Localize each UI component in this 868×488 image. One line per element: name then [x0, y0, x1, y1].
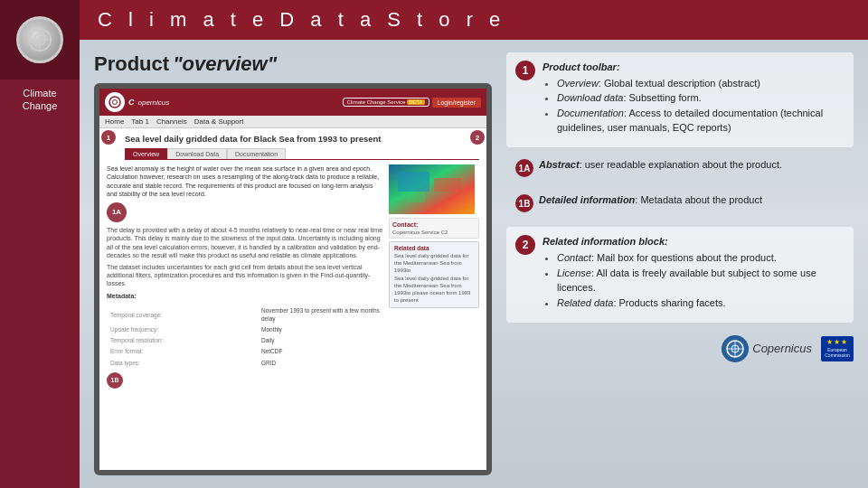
- sidebar-label: Climate Change: [15, 87, 65, 113]
- num-circle-1b: 1B: [515, 194, 533, 212]
- num-circle-1: 1: [515, 61, 535, 80]
- product-title-emphasis: "overview": [173, 52, 277, 76]
- ccs-beta: BETA: [407, 99, 424, 105]
- num-circle-2: 2: [515, 235, 535, 255]
- related-title: Related data: [394, 245, 474, 251]
- num-circle-1a: 1A: [515, 159, 533, 177]
- header-title: C l i m a t e D a t a S t o r e: [98, 8, 505, 32]
- tab-download[interactable]: Download Data: [167, 148, 227, 159]
- copernicus-bottom-logo: Copernicus: [722, 335, 812, 362]
- section1-item-1: Overview: Global textual description (ab…: [557, 77, 844, 91]
- browser-body: 1 2 Sea level daily gridded data for Bla…: [99, 128, 486, 437]
- section2-item-2: License: All data is freely available bu…: [557, 267, 844, 296]
- browser-nav: Home Tab 1 Channels Data & Support: [99, 116, 486, 128]
- section1-list: Overview: Global textual description (ab…: [557, 77, 844, 136]
- section1a-desc: : user readable explanation about the pr…: [580, 159, 782, 170]
- svg-point-4: [109, 97, 120, 108]
- section1-item-3: Documentation: Access to detailed docume…: [557, 107, 844, 136]
- contact-title: Contact:: [392, 221, 476, 228]
- related-data-box: Related data Sea level daily gridded dat…: [389, 241, 479, 308]
- browser-cop-name: C: [128, 98, 135, 107]
- cop-logo-browser: [105, 92, 125, 112]
- browser-cop-name2: opernicus: [138, 99, 170, 107]
- sidebar-logo: [0, 0, 80, 80]
- sea-level-title: Sea level daily gridded data for Black S…: [125, 134, 461, 144]
- copernicus-text: Copernicus: [752, 342, 812, 355]
- ccs-badge: Climate Change Service BETA: [343, 98, 429, 107]
- section2-item-3: Related data: Products sharing facets.: [557, 296, 844, 311]
- svg-rect-8: [434, 178, 461, 192]
- ccs-service: Climate Change Service: [347, 99, 406, 105]
- content-left: Sea level anomaly is the height of water…: [107, 164, 383, 389]
- annotation-section-1: 1 Product toolbar: Overview: Global text…: [506, 52, 854, 147]
- section1-title: Product toolbar:: [542, 61, 620, 72]
- logo-circle: [16, 16, 63, 63]
- body-text-2: The delay is provided with a delay of ab…: [107, 226, 383, 260]
- section1b-title: Detailed information: [539, 194, 635, 205]
- meta-format: NetCDF: [259, 347, 382, 356]
- section2-item-1: Contact: Mail box for questions about th…: [557, 251, 844, 266]
- meta-type: GRID: [259, 358, 382, 367]
- meta-table: Temporal coverage:November 1993 to prese…: [107, 305, 383, 370]
- meta-temporal: November 1993 to present with a few mont…: [259, 306, 382, 324]
- login-button[interactable]: Login/register: [432, 98, 481, 108]
- highlight-1a-badge: 1A: [107, 202, 127, 222]
- sidebar: Climate Change: [0, 0, 80, 488]
- main-area: C l i m a t e D a t a S t o r e Product …: [80, 0, 868, 488]
- cop-bottom-icon: [722, 335, 749, 362]
- screen-outer: C opernicus Climate Change Service BETA …: [94, 83, 492, 475]
- annotation-header-2: 2 Related information block: Contact: Ma…: [515, 234, 844, 311]
- annotation-header-1: 1 Product toolbar: Overview: Global text…: [515, 60, 844, 136]
- annotation-content-1b: Detailed information: Metadata about the…: [539, 193, 762, 208]
- bottom-logos: Copernicus ★★★ EuropeanCommission: [506, 335, 854, 362]
- contact-box: Contact: Copernicus Service C2: [389, 218, 479, 239]
- product-tabs: Overview Download Data Documentation: [125, 148, 479, 160]
- eu-logo: ★★★ EuropeanCommission: [821, 336, 854, 361]
- section2-title: Related information block:: [542, 236, 668, 247]
- content-cols: Sea level anomaly is the height of water…: [107, 164, 479, 389]
- contact-service: Copernicus Service C2: [392, 230, 476, 235]
- svg-point-5: [113, 100, 118, 105]
- product-title-prefix: Product: [94, 52, 169, 76]
- related-item-2: Sea level daily gridded data for the Med…: [394, 276, 474, 304]
- body-text-3: The dataset includes uncertainties for e…: [107, 263, 383, 288]
- nav-home[interactable]: Home: [105, 117, 124, 126]
- annotation-content-1a: Abstract: user readable explanation abou…: [539, 158, 782, 173]
- annotation-row-1b: 1B Detailed information: Metadata about …: [506, 192, 854, 214]
- browser-chrome: C opernicus Climate Change Service BETA …: [99, 89, 486, 116]
- highlight-2: 2: [470, 130, 485, 145]
- header-bar: C l i m a t e D a t a S t o r e: [80, 0, 868, 40]
- annotation-row-1a: 1A Abstract: user readable explanation a…: [506, 156, 854, 179]
- highlight-1b-row: 1B: [107, 372, 383, 389]
- section1b-desc: : Metadata about the product: [635, 194, 762, 205]
- annotations-panel: 1 Product toolbar: Overview: Global text…: [506, 52, 854, 475]
- nav-channels[interactable]: Channels: [156, 117, 187, 126]
- eu-label: EuropeanCommission: [825, 347, 850, 358]
- section1a-title: Abstract: [539, 159, 580, 170]
- annotation-section-2: 2 Related information block: Contact: Ma…: [506, 227, 854, 322]
- eu-stars: ★★★: [826, 339, 848, 346]
- section2-list: Contact: Mail box for questions about th…: [557, 251, 844, 311]
- meta-frequency: Monthly: [259, 325, 382, 334]
- browser-panel: Product "overview" C opernicus: [94, 52, 492, 475]
- annotation-content-1: Product toolbar: Overview: Global textua…: [542, 60, 844, 136]
- map-image: [389, 164, 475, 214]
- tab-overview[interactable]: Overview: [125, 148, 167, 159]
- nav-tab1[interactable]: Tab 1: [131, 117, 149, 126]
- meta-resolution: Daily: [259, 336, 382, 345]
- highlight-1: 1: [101, 130, 116, 145]
- tab-documentation[interactable]: Documentation: [227, 148, 286, 159]
- svg-rect-7: [398, 172, 429, 192]
- section1-item-2: Download data: Subsetting form.: [557, 91, 844, 106]
- highlight-1b-badge: 1B: [107, 372, 123, 389]
- abstract-text: Sea level anomaly is the height of water…: [107, 164, 383, 199]
- metadata-section: Metadata: Temporal coverage:November 199…: [107, 292, 383, 389]
- content-right: Contact: Copernicus Service C2 Related d…: [389, 164, 479, 389]
- nav-data[interactable]: Data & Support: [194, 117, 244, 126]
- annotation-content-2: Related information block: Contact: Mail…: [542, 234, 844, 311]
- related-item-1: Sea level daily gridded data for the Med…: [394, 253, 474, 274]
- content-area: Product "overview" C opernicus: [80, 40, 868, 488]
- svg-rect-9: [407, 192, 425, 202]
